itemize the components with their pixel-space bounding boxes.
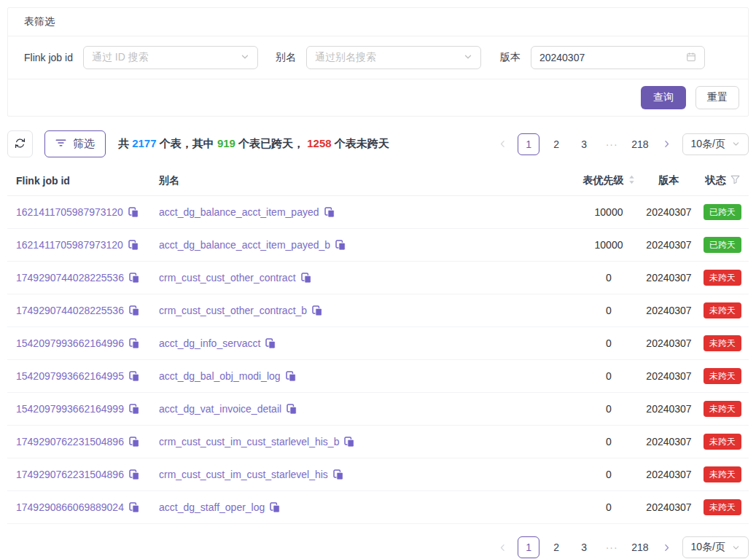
alias-link[interactable]: crm_cust_cust_other_contract_b (159, 305, 307, 316)
alias-link[interactable]: acct_dg_info_servacct (159, 337, 260, 349)
calendar-icon (686, 52, 696, 64)
alias-select[interactable]: 通过别名搜索 (306, 46, 481, 69)
cell-flink-job-id: 1749290744028225536 (16, 305, 159, 316)
flink-job-id-link[interactable]: 1621411705987973120 (16, 206, 123, 218)
page-number-218[interactable]: 218 (628, 133, 651, 155)
copy-icon[interactable] (265, 338, 276, 349)
cell-alias: acct_dg_balance_acct_item_payed_b (159, 239, 576, 251)
next-page-button[interactable] (658, 536, 677, 558)
page-number-2[interactable]: 2 (545, 536, 567, 558)
page-numbers: 123···218 (518, 133, 651, 155)
alias-link[interactable]: acct_dg_balance_acct_item_payed (159, 206, 319, 218)
alias-link[interactable]: acct_dg_balance_acct_item_payed_b (159, 239, 330, 251)
page-ellipsis: ··· (601, 536, 623, 558)
flink-job-id-label: Flink job id (24, 52, 73, 63)
copy-icon[interactable] (270, 502, 280, 513)
copy-icon[interactable] (129, 338, 139, 349)
cell-alias: crm_cust_cust_other_contract (159, 272, 576, 284)
sort-icon[interactable] (628, 175, 635, 187)
copy-icon[interactable] (333, 469, 343, 480)
toolbar: 筛选 共 2177 个表，其中 919 个表已跨天， 1258 个表未跨天 12… (7, 130, 749, 157)
cell-flink-job-id: 1542097993662164995 (16, 370, 159, 382)
status-badge: 未跨天 (704, 335, 741, 351)
flink-job-id-link[interactable]: 1542097993662164995 (16, 370, 124, 382)
chevron-down-icon (464, 52, 472, 63)
cell-flink-job-id: 1621411705987973120 (16, 239, 159, 251)
cell-priority: 0 (576, 501, 642, 513)
page-size-select[interactable]: 10条/页 (682, 133, 749, 155)
flink-job-id-select[interactable]: 通过 ID 搜索 (83, 46, 258, 69)
status-badge: 未跨天 (704, 466, 741, 482)
table-row: 1621411705987973120 acct_dg_balance_acct… (7, 196, 749, 229)
flink-job-id-link[interactable]: 1749290866069889024 (16, 501, 124, 513)
alias-link[interactable]: crm_cust_cust_im_cust_starlevel_his_b (159, 436, 339, 447)
status-badge: 已跨天 (704, 237, 741, 253)
alias-link[interactable]: acct_dg_bal_obj_modi_log (159, 370, 281, 382)
filter-panel: 表筛选 Flink job id 通过 ID 搜索 别名 通过别名搜索 (7, 7, 749, 117)
page-number-3[interactable]: 3 (573, 133, 595, 155)
copy-icon[interactable] (129, 305, 139, 316)
copy-icon[interactable] (344, 437, 354, 447)
copy-icon[interactable] (128, 207, 139, 218)
page-number-3[interactable]: 3 (573, 536, 595, 558)
copy-icon[interactable] (129, 502, 139, 513)
copy-icon[interactable] (301, 273, 311, 284)
flink-job-id-link[interactable]: 1749290762231504896 (16, 436, 124, 447)
copy-icon[interactable] (129, 273, 139, 284)
copy-icon[interactable] (335, 240, 346, 251)
page-size-select[interactable]: 10条/页 (682, 536, 749, 558)
flink-job-id-link[interactable]: 1749290744028225536 (16, 305, 124, 316)
copy-icon[interactable] (129, 371, 139, 382)
cell-version: 20240307 (642, 370, 696, 382)
copy-icon[interactable] (129, 404, 139, 415)
copy-icon[interactable] (129, 469, 139, 480)
status-badge: 未跨天 (704, 368, 741, 384)
cell-flink-job-id: 1749290762231504896 (16, 436, 159, 447)
filter-funnel-icon[interactable] (730, 175, 740, 187)
priority-header-label: 表优先级 (583, 174, 624, 187)
flink-job-id-link[interactable]: 1542097993662164996 (16, 337, 124, 349)
bottom-pagination-bar: 123···218 10条/页 (7, 536, 749, 558)
prev-page-button[interactable] (493, 133, 512, 155)
flink-job-id-link[interactable]: 1542097993662164999 (16, 403, 124, 415)
alias-link[interactable]: acct_dg_staff_oper_log (159, 501, 265, 513)
page-number-1[interactable]: 1 (518, 133, 539, 155)
copy-icon[interactable] (312, 305, 322, 316)
flink-job-id-link[interactable]: 1621411705987973120 (16, 239, 123, 251)
filter-panel-title: 表筛选 (8, 8, 748, 36)
copy-icon[interactable] (324, 207, 335, 218)
reset-button[interactable]: 重置 (695, 86, 739, 109)
page-number-1[interactable]: 1 (518, 536, 539, 558)
cell-status: 未跨天 (696, 270, 749, 286)
column-header-priority[interactable]: 表优先级 (576, 174, 642, 187)
filter-panel-fields: Flink job id 通过 ID 搜索 别名 通过别名搜索 (8, 36, 748, 79)
page: 表筛选 Flink job id 通过 ID 搜索 别名 通过别名搜索 (0, 0, 756, 559)
table-row: 1749290762231504896 crm_cust_cust_im_cus… (7, 458, 749, 491)
page-size-value: 10条/页 (691, 138, 725, 151)
flink-job-id-link[interactable]: 1749290744028225536 (16, 272, 124, 284)
cell-version: 20240307 (642, 272, 696, 284)
filter-panel-actions: 查询 重置 (8, 79, 748, 116)
alias-link[interactable]: acct_dg_vat_invoice_detail (159, 403, 281, 415)
page-ellipsis: ··· (601, 133, 623, 155)
flink-job-id-link[interactable]: 1749290762231504896 (16, 469, 124, 480)
cell-status: 未跨天 (696, 302, 749, 318)
data-table: Flink job id 别名 表优先级 版本 状态 (7, 166, 749, 524)
prev-page-button[interactable] (493, 536, 512, 558)
page-number-2[interactable]: 2 (545, 133, 567, 155)
alias-link[interactable]: crm_cust_cust_other_contract (159, 272, 296, 284)
copy-icon[interactable] (128, 240, 139, 251)
refresh-button[interactable] (7, 130, 33, 157)
filter-toggle-button[interactable]: 筛选 (44, 130, 106, 157)
copy-icon[interactable] (287, 404, 297, 415)
cell-alias: acct_dg_bal_obj_modi_log (159, 370, 576, 382)
next-page-button[interactable] (658, 133, 677, 155)
page-number-218[interactable]: 218 (628, 536, 651, 558)
copy-icon[interactable] (129, 437, 139, 447)
table-row: 1542097993662164995 acct_dg_bal_obj_modi… (7, 360, 749, 393)
version-date-input[interactable]: 20240307 (531, 46, 705, 69)
cell-alias: acct_dg_balance_acct_item_payed (159, 206, 576, 218)
alias-link[interactable]: crm_cust_cust_im_cust_starlevel_his (159, 469, 328, 480)
copy-icon[interactable] (286, 371, 296, 382)
query-button[interactable]: 查询 (641, 86, 686, 109)
